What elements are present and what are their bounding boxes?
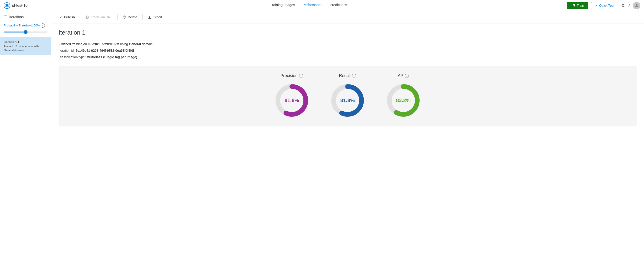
svg-rect-10 [124, 16, 125, 18]
ap-donut: 83.2% [385, 82, 422, 119]
ap-label: AP [398, 73, 403, 78]
metrics-section: Precision i 81.8% Recall [58, 66, 636, 127]
toolbar-divider-3 [142, 14, 143, 20]
svg-rect-6 [4, 18, 7, 18]
trash-icon [123, 15, 126, 19]
publish-button[interactable]: ✓ Publish [57, 14, 78, 20]
metric-card-recall: Recall i 81.8% [329, 73, 366, 119]
delete-label: Delete [128, 15, 137, 19]
quick-test-button[interactable]: ✓ Quick Test [591, 2, 618, 9]
iteration-item-title: Iteration 1 [4, 40, 47, 44]
logo-area: id-test-10 [4, 2, 50, 9]
precision-label: Precision [280, 73, 298, 78]
classification-label: Classification type: [58, 55, 87, 59]
recall-info-icon[interactable]: i [352, 74, 356, 78]
train-button-label: Train [577, 4, 584, 7]
export-button[interactable]: Export [144, 14, 166, 20]
settings-icon[interactable]: ⚙ [621, 3, 625, 8]
svg-point-2 [6, 5, 8, 6]
tab-performance[interactable]: Performance [302, 3, 322, 8]
export-icon [148, 15, 152, 19]
recall-label: Recall [339, 73, 350, 78]
iterations-label: Iterations [9, 15, 24, 19]
globe-icon [85, 15, 89, 19]
svg-rect-14 [148, 18, 151, 19]
metric-card-precision: Precision i 81.8% [273, 73, 310, 119]
iteration-meta: Finished training on 9/6/2020, 5:20:05 P… [58, 41, 636, 60]
nav-right: Train ✓ Quick Test ⚙ ? [567, 2, 640, 9]
eye-icon [4, 2, 10, 9]
iteration-id-label: Iteration id: [58, 49, 76, 52]
quick-test-label: Quick Test [599, 4, 614, 7]
delete-button[interactable]: Delete [120, 14, 140, 20]
training-date-line: Finished training on 9/6/2020, 5:20:05 P… [58, 41, 636, 47]
metric-card-ap: AP i 83.2% [385, 73, 422, 119]
tab-training-images[interactable]: Training Images [270, 3, 295, 8]
gear-train-icon [571, 3, 575, 8]
precision-info-icon[interactable]: i [299, 74, 303, 78]
top-nav: id-test-10 Training Images Performance P… [0, 0, 644, 11]
ap-value: 83.2% [396, 97, 410, 104]
domain-suffix: domain [141, 42, 153, 46]
precision-value: 81.8% [284, 97, 299, 104]
app-title: id-test-10 [12, 3, 28, 8]
threshold-info-icon[interactable]: i [41, 23, 45, 28]
svg-rect-5 [4, 17, 7, 17]
threshold-section: Probability Threshold: 50% i [0, 21, 51, 37]
help-icon[interactable]: ? [628, 3, 630, 8]
threshold-text: Probability Threshold: [4, 24, 33, 27]
svg-point-3 [636, 4, 638, 6]
recall-title: Recall i [339, 73, 356, 78]
nav-center: Training Images Performance Predictions [50, 3, 567, 8]
toolbar-divider-2 [117, 14, 118, 20]
user-avatar-icon [634, 3, 639, 8]
classification-line: Classification type: Multiclass (Single … [58, 54, 636, 60]
training-date: 9/6/2020, 5:20:05 PM [88, 42, 119, 46]
iteration-title: Iteration 1 [58, 29, 636, 36]
recall-value: 81.8% [340, 97, 355, 104]
svg-rect-4 [4, 15, 7, 16]
classification-value: Multiclass (Single tag per image) [87, 55, 137, 59]
export-label: Export [153, 15, 162, 19]
content-body: Iteration 1 Finished training on 9/6/202… [51, 23, 644, 264]
threshold-label: Probability Threshold: 50% i [4, 23, 47, 28]
ap-info-icon[interactable]: i [405, 74, 409, 78]
prediction-url-button[interactable]: Prediction URL [82, 14, 116, 20]
toolbar: ✓ Publish Prediction URL Delete [51, 11, 644, 23]
sidebar-iterations-header: Iterations [0, 15, 51, 21]
check-publish-icon: ✓ [60, 15, 63, 19]
recall-donut: 81.8% [329, 82, 366, 119]
threshold-value: 50% [34, 24, 40, 27]
avatar[interactable] [633, 2, 640, 9]
layers-icon [4, 15, 8, 19]
check-icon: ✓ [595, 4, 598, 7]
training-date-suffix: using [120, 42, 129, 46]
iteration-item-subtitle: Trained : 2 minutes ago with General dom… [4, 45, 47, 52]
training-date-prefix: Finished training on [58, 42, 88, 46]
main-layout: Iterations Probability Threshold: 50% i … [0, 11, 644, 264]
iteration-id-value: 5c149c41-6206-494f-9532-0ea96f0f4f0f [76, 49, 134, 52]
train-button[interactable]: Train [567, 2, 588, 9]
slider-container [4, 29, 47, 33]
content-area: ✓ Publish Prediction URL Delete [51, 11, 644, 264]
tab-predictions[interactable]: Predictions [330, 3, 347, 8]
toolbar-divider-1 [80, 14, 80, 20]
iteration-list-item[interactable]: Iteration 1 Trained : 2 minutes ago with… [0, 37, 51, 55]
precision-donut: 81.8% [273, 82, 310, 119]
iteration-id-line: Iteration id: 5c149c41-6206-494f-9532-0e… [58, 47, 636, 54]
threshold-slider[interactable] [4, 31, 47, 32]
prediction-url-label: Prediction URL [90, 15, 112, 19]
precision-title: Precision i [280, 73, 303, 78]
sidebar: Iterations Probability Threshold: 50% i … [0, 11, 51, 264]
ap-title: AP i [398, 73, 409, 78]
domain-name: General [129, 42, 141, 46]
publish-label: Publish [64, 15, 75, 19]
